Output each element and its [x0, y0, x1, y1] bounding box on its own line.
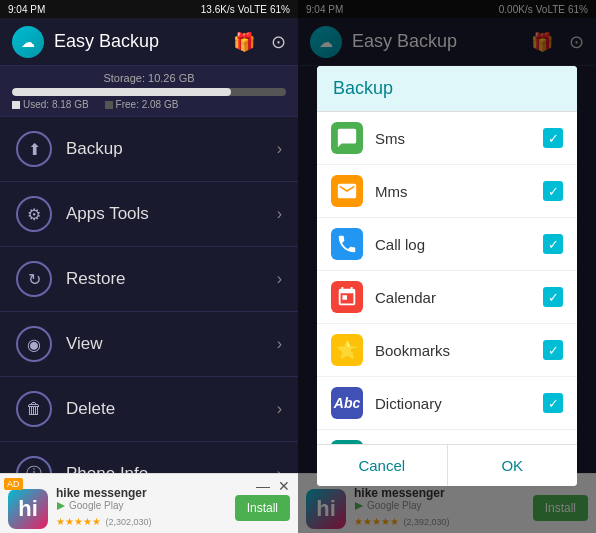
- dialog-item-dictionary[interactable]: Abc Dictionary ✓: [317, 377, 577, 430]
- ad-app-name-left: hike messenger: [56, 486, 235, 500]
- dictionary-icon: Abc: [331, 387, 363, 419]
- storage-legend: Used: 8.18 GB Free: 2.08 GB: [12, 99, 286, 110]
- dialog-item-bookmarks[interactable]: ⭐ Bookmarks ✓: [317, 324, 577, 377]
- ad-stars-left: ★★★★★: [56, 516, 101, 527]
- delete-label: Delete: [66, 399, 277, 419]
- storage-section: Storage: 10.26 GB Used: 8.18 GB Free: 2.…: [0, 66, 298, 117]
- dialog-item-contacts[interactable]: Contacts ✓: [317, 430, 577, 444]
- sms-icon: [331, 122, 363, 154]
- delete-icon: 🗑: [16, 391, 52, 427]
- dialog-overlay: Backup Sms ✓ Mms ✓: [298, 0, 596, 533]
- calendar-label: Calendar: [375, 289, 543, 306]
- apps-tools-label: Apps Tools: [66, 204, 277, 224]
- dialog-title: Backup: [317, 66, 577, 112]
- right-panel: 9:04 PM 0.00K/s VoLTE 61% ☁ Easy Backup …: [298, 0, 596, 533]
- menu-list: ⬆ Backup › ⚙ Apps Tools › ↻ Restore › ◉ …: [0, 117, 298, 473]
- battery-left: 61%: [270, 4, 290, 15]
- ok-button[interactable]: OK: [448, 445, 578, 486]
- sms-label: Sms: [375, 130, 543, 147]
- menu-item-view[interactable]: ◉ View ›: [0, 312, 298, 377]
- menu-item-delete[interactable]: 🗑 Delete ›: [0, 377, 298, 442]
- app-header-left: ☁ Easy Backup 🎁 ⊙: [0, 18, 298, 66]
- dialog-item-calendar[interactable]: Calendar ✓: [317, 271, 577, 324]
- restore-chevron: ›: [277, 270, 282, 288]
- ad-close-left[interactable]: —: [256, 478, 270, 494]
- dialog-list: Sms ✓ Mms ✓ Call log ✓: [317, 112, 577, 444]
- cancel-button[interactable]: Cancel: [317, 445, 448, 486]
- call-log-icon: [331, 228, 363, 260]
- backup-label: Backup: [66, 139, 277, 159]
- network-speed-left: 13.6K/s: [201, 4, 235, 15]
- ad-install-button-left[interactable]: Install: [235, 495, 290, 521]
- ad-reviews-left: (2,302,030): [105, 517, 151, 527]
- backup-chevron: ›: [277, 140, 282, 158]
- ad-x-left[interactable]: ✕: [278, 478, 290, 494]
- left-panel: 9:04 PM 13.6K/s VoLTE 61% ☁ Easy Backup …: [0, 0, 298, 533]
- menu-item-apps-tools[interactable]: ⚙ Apps Tools ›: [0, 182, 298, 247]
- bookmarks-icon: ⭐: [331, 334, 363, 366]
- mms-checkbox[interactable]: ✓: [543, 181, 563, 201]
- calendar-icon: [331, 281, 363, 313]
- bookmarks-label: Bookmarks: [375, 342, 543, 359]
- calendar-checkbox[interactable]: ✓: [543, 287, 563, 307]
- call-log-label: Call log: [375, 236, 543, 253]
- ad-tag-left: AD: [4, 478, 23, 490]
- view-label: View: [66, 334, 277, 354]
- phone-info-icon: ⓘ: [16, 456, 52, 473]
- storage-bar: [12, 88, 286, 96]
- dialog-item-mms[interactable]: Mms ✓: [317, 165, 577, 218]
- time-left: 9:04 PM: [8, 4, 45, 15]
- dialog-item-call-log[interactable]: Call log ✓: [317, 218, 577, 271]
- view-icon: ◉: [16, 326, 52, 362]
- app-title-left: Easy Backup: [54, 31, 233, 52]
- menu-item-backup[interactable]: ⬆ Backup ›: [0, 117, 298, 182]
- ad-info-left: hike messenger Google Play ★★★★★ (2,302,…: [56, 486, 235, 529]
- restore-icon: ↻: [16, 261, 52, 297]
- storage-label: Storage: 10.26 GB: [12, 72, 286, 84]
- dialog-item-sms[interactable]: Sms ✓: [317, 112, 577, 165]
- app-logo-left: ☁: [12, 26, 44, 58]
- header-icons-left: 🎁 ⊙: [233, 31, 286, 53]
- storage-used-bar: [12, 88, 231, 96]
- restore-label: Restore: [66, 269, 277, 289]
- mms-icon: [331, 175, 363, 207]
- dictionary-label: Dictionary: [375, 395, 543, 412]
- dialog-actions: Cancel OK: [317, 444, 577, 486]
- backup-icon: ⬆: [16, 131, 52, 167]
- sms-checkbox[interactable]: ✓: [543, 128, 563, 148]
- ad-icon-left: hi: [8, 489, 48, 529]
- view-chevron: ›: [277, 335, 282, 353]
- gift-icon-left[interactable]: 🎁: [233, 31, 255, 53]
- apps-tools-chevron: ›: [277, 205, 282, 223]
- ad-store-left: Google Play: [56, 500, 235, 511]
- phone-info-chevron: ›: [277, 465, 282, 473]
- mms-label: Mms: [375, 183, 543, 200]
- call-log-checkbox[interactable]: ✓: [543, 234, 563, 254]
- svg-marker-0: [57, 502, 65, 510]
- signal-left: VoLTE: [238, 4, 267, 15]
- menu-item-phone-info[interactable]: ⓘ Phone Info ›: [0, 442, 298, 473]
- backup-dialog: Backup Sms ✓ Mms ✓: [317, 66, 577, 486]
- dictionary-checkbox[interactable]: ✓: [543, 393, 563, 413]
- menu-item-restore[interactable]: ↻ Restore ›: [0, 247, 298, 312]
- apps-tools-icon: ⚙: [16, 196, 52, 232]
- status-bar-left: 9:04 PM 13.6K/s VoLTE 61%: [0, 0, 298, 18]
- phone-info-label: Phone Info: [66, 464, 277, 473]
- delete-chevron: ›: [277, 400, 282, 418]
- share-icon-left[interactable]: ⊙: [271, 31, 286, 53]
- bookmarks-checkbox[interactable]: ✓: [543, 340, 563, 360]
- ad-banner-left: AD — ✕ hi hike messenger Google Play ★★★…: [0, 473, 298, 533]
- google-play-icon: [56, 501, 66, 511]
